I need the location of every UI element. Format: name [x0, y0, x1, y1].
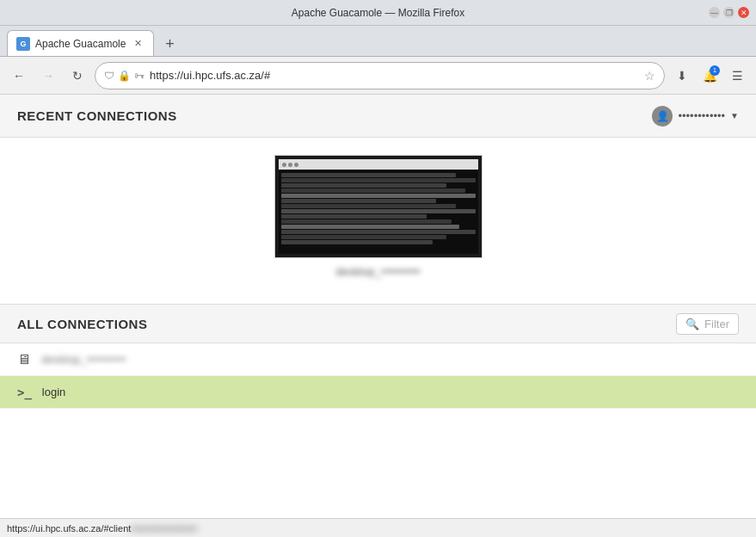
- terminal-line: [281, 219, 452, 224]
- all-connections-header: ALL CONNECTIONS 🔍 Filter: [0, 304, 756, 343]
- connection-list: 🖥 desktop_•••••••••• >_ login: [0, 343, 756, 409]
- terminal-line: [281, 230, 476, 234]
- browser-title: Apache Guacamole — Mozilla Firefox: [292, 7, 464, 19]
- nav-right-controls: ⬇ 🔔 1 ☰: [670, 64, 749, 88]
- terminal-icon: >_: [17, 386, 32, 399]
- notification-button[interactable]: 🔔 1: [698, 64, 722, 88]
- desktop-icon: 🖥: [17, 352, 31, 367]
- recent-connections-area: desktop_••••••••••: [0, 138, 756, 304]
- connection-item-login[interactable]: >_ login: [0, 376, 756, 409]
- shield-icon: 🛡: [104, 70, 114, 82]
- user-dropdown-arrow: ▼: [730, 111, 739, 120]
- tab-favicon: G: [16, 37, 30, 51]
- terminal-line: [281, 183, 446, 188]
- status-bar: https://ui.hpc.ufs.ac.za/#client •••••••…: [0, 518, 756, 537]
- terminal-top-bar: [279, 159, 478, 170]
- user-name: ••••••••••••: [678, 109, 725, 122]
- new-tab-button[interactable]: +: [157, 32, 181, 56]
- window-controls: — ❐ ✕: [709, 7, 749, 18]
- filter-search-icon: 🔍: [685, 318, 699, 330]
- terminal-line: [281, 214, 427, 219]
- connection-item-desktop[interactable]: 🖥 desktop_••••••••••: [0, 343, 756, 376]
- back-button[interactable]: ←: [7, 64, 31, 88]
- active-tab[interactable]: G Apache Guacamole ✕: [7, 30, 154, 56]
- connection-name-desktop: desktop_••••••••••: [41, 353, 126, 366]
- tab-label: Apache Guacamole: [35, 38, 126, 50]
- status-extra: ••••••••••••••••••••: [131, 523, 197, 534]
- menu-button[interactable]: ☰: [725, 64, 749, 88]
- recent-connections-title: RECENT CONNECTIONS: [17, 108, 177, 123]
- key-icon: 🗝: [134, 70, 144, 82]
- nav-bar: ← → ↻ 🛡 🔒 🗝 https://ui.hpc.ufs.ac.za/# ☆…: [0, 57, 756, 95]
- bookmark-icon[interactable]: ☆: [644, 69, 655, 83]
- lock-icon: 🔒: [118, 70, 131, 82]
- terminal-line: [281, 225, 460, 229]
- filter-box[interactable]: 🔍 Filter: [676, 313, 739, 335]
- address-security-icons: 🛡 🔒 🗝: [104, 70, 144, 82]
- status-url: https://ui.hpc.ufs.ac.za/#client: [7, 523, 131, 534]
- terminal-line: [281, 235, 446, 239]
- notification-badge: 1: [710, 65, 720, 76]
- terminal-preview: [275, 156, 482, 257]
- terminal-line: [281, 240, 433, 244]
- terminal-content: [279, 170, 478, 254]
- connection-thumbnail: [274, 155, 482, 258]
- connection-name-login: login: [42, 386, 65, 398]
- forward-button[interactable]: →: [36, 64, 60, 88]
- download-button[interactable]: ⬇: [670, 64, 694, 88]
- recent-connection-thumb[interactable]: desktop_••••••••••: [274, 155, 482, 278]
- tab-close-button[interactable]: ✕: [131, 37, 144, 51]
- address-bar[interactable]: 🛡 🔒 🗝 https://ui.hpc.ufs.ac.za/# ☆: [95, 62, 665, 90]
- user-menu[interactable]: 👤 •••••••••••• ▼: [652, 106, 739, 127]
- terminal-line: [281, 178, 476, 182]
- terminal-line: [281, 194, 476, 198]
- page-header: RECENT CONNECTIONS 👤 •••••••••••• ▼: [0, 95, 756, 138]
- page-content: RECENT CONNECTIONS 👤 •••••••••••• ▼: [0, 95, 756, 518]
- url-display: https://ui.hpc.ufs.ac.za/#: [150, 69, 639, 82]
- dot-1: [282, 163, 286, 167]
- browser-titlebar: Apache Guacamole — Mozilla Firefox — ❐ ✕: [0, 0, 756, 26]
- tab-bar: G Apache Guacamole ✕ +: [0, 26, 756, 57]
- dot-3: [294, 163, 298, 167]
- all-connections-title: ALL CONNECTIONS: [17, 317, 147, 331]
- dot-2: [288, 163, 292, 167]
- terminal-line: [281, 188, 466, 193]
- user-avatar: 👤: [652, 106, 673, 127]
- reload-button[interactable]: ↻: [65, 64, 89, 88]
- restore-button[interactable]: ❐: [723, 7, 734, 18]
- terminal-line: [281, 204, 456, 208]
- filter-placeholder: Filter: [704, 318, 729, 330]
- recent-connection-name: desktop_••••••••••: [335, 265, 420, 278]
- user-icon: 👤: [656, 110, 669, 122]
- terminal-line: [281, 199, 437, 203]
- close-button[interactable]: ✕: [738, 7, 749, 18]
- terminal-line: [281, 173, 456, 177]
- terminal-line: [281, 209, 476, 213]
- minimize-button[interactable]: —: [709, 7, 720, 18]
